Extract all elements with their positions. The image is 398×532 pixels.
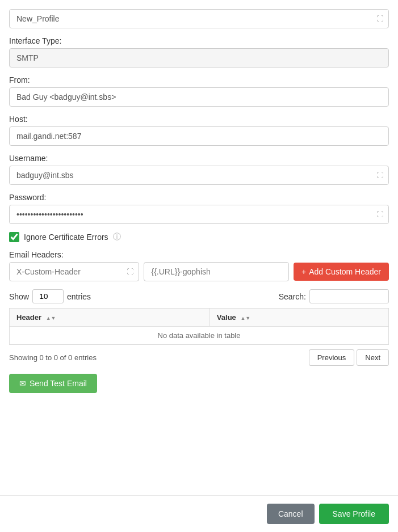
email-icon: ✉	[19, 379, 26, 388]
no-data-row: No data available in table	[10, 327, 389, 345]
help-icon[interactable]: ⓘ	[113, 232, 121, 242]
from-input[interactable]	[9, 87, 389, 107]
interface-type-label: Interface Type:	[9, 36, 389, 45]
expand-username-icon[interactable]: ⛶	[376, 171, 383, 179]
table-header: Header ▲▼ Value ▲▼	[10, 309, 389, 327]
cancel-button[interactable]: Cancel	[267, 504, 315, 524]
table-header-row: Header ▲▼ Value ▲▼	[10, 309, 389, 327]
expand-password-icon[interactable]: ⛶	[376, 210, 383, 218]
send-test-email-label: Send Test Email	[30, 379, 87, 388]
ignore-cert-checkbox[interactable]	[9, 232, 19, 242]
profile-name-input-wrapper: New_Profile ⛶	[9, 9, 389, 28]
footer-actions: Cancel Save Profile	[0, 495, 398, 532]
expand-header-icon[interactable]: ⛶	[127, 268, 133, 276]
table-body: No data available in table	[10, 327, 389, 345]
interface-type-input: SMTP	[9, 48, 389, 67]
username-input-wrapper: ⛶	[9, 166, 389, 185]
entries-label: entries	[67, 292, 91, 301]
show-entries: Show entries	[9, 289, 91, 303]
profile-name-input[interactable]: New_Profile	[9, 9, 389, 28]
headers-input-row: ⛶ + Add Custom Header	[9, 262, 389, 281]
page-container: New_Profile ⛶ Interface Type: SMTP From:…	[0, 0, 398, 532]
header-col-header[interactable]: Header ▲▼	[10, 309, 210, 327]
add-header-label: Add Custom Header	[309, 267, 381, 276]
header-name-input[interactable]	[9, 262, 139, 281]
email-headers-label: Email Headers:	[9, 250, 389, 259]
send-test-email-button[interactable]: ✉ Send Test Email	[9, 374, 97, 393]
username-group: Username: ⛶	[9, 154, 389, 185]
search-label: Search:	[279, 292, 306, 301]
from-group: From:	[9, 75, 389, 107]
value-col-label: Value	[217, 313, 236, 322]
from-label: From:	[9, 75, 389, 85]
ignore-cert-label: Ignore Certificate Errors	[24, 233, 108, 242]
username-input[interactable]	[9, 166, 389, 185]
host-label: Host:	[9, 115, 389, 124]
search-input[interactable]	[309, 289, 389, 303]
save-profile-button[interactable]: Save Profile	[319, 504, 389, 524]
pagination-buttons: Previous Next	[309, 349, 389, 366]
showing-text: Showing 0 to 0 of 0 entries	[9, 353, 97, 362]
search-row: Search:	[279, 289, 389, 303]
value-sort-icon: ▲▼	[240, 316, 250, 321]
form-area: New_Profile ⛶ Interface Type: SMTP From:…	[0, 0, 398, 450]
email-headers-section: Email Headers: ⛶ + Add Custom Header	[9, 250, 389, 281]
host-input[interactable]	[9, 126, 389, 146]
plus-icon: +	[301, 267, 306, 276]
next-button[interactable]: Next	[357, 349, 389, 366]
header-name-wrapper: ⛶	[9, 262, 139, 281]
host-group: Host:	[9, 115, 389, 146]
headers-table: Header ▲▼ Value ▲▼ No data available in …	[9, 308, 389, 345]
previous-button[interactable]: Previous	[309, 349, 355, 366]
profile-name-group: New_Profile ⛶	[9, 9, 389, 28]
password-input-wrapper: ⛶	[9, 205, 389, 224]
username-label: Username:	[9, 154, 389, 163]
password-input[interactable]	[9, 205, 389, 224]
add-custom-header-button[interactable]: + Add Custom Header	[294, 263, 389, 281]
password-label: Password:	[9, 193, 389, 202]
no-data-cell: No data available in table	[10, 327, 389, 345]
interface-type-group: Interface Type: SMTP	[9, 36, 389, 67]
ignore-cert-row: Ignore Certificate Errors ⓘ	[9, 232, 389, 242]
table-footer: Showing 0 to 0 of 0 entries Previous Nex…	[9, 349, 389, 366]
password-group: Password: ⛶	[9, 193, 389, 224]
header-value-input[interactable]	[144, 262, 288, 281]
show-label: Show	[9, 292, 29, 301]
header-sort-icon: ▲▼	[46, 316, 56, 321]
header-col-label: Header	[16, 313, 41, 322]
expand-icon[interactable]: ⛶	[376, 15, 383, 23]
entries-count-input[interactable]	[32, 289, 64, 303]
table-controls-row: Show entries Search:	[9, 289, 389, 303]
value-col-header[interactable]: Value ▲▼	[210, 309, 388, 327]
